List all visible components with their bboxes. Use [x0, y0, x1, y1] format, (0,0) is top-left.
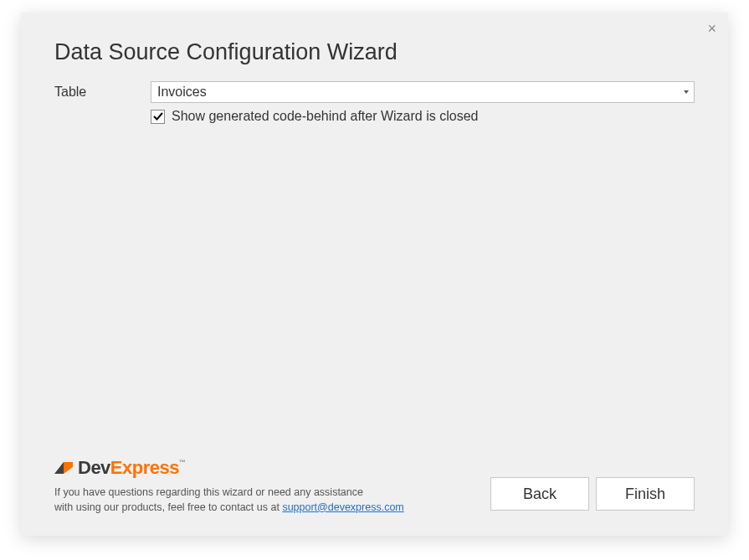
page-title: Data Source Configuration Wizard — [54, 39, 398, 65]
show-code-row: Show generated code-behind after Wizard … — [151, 109, 478, 124]
button-row: Back Finish — [490, 477, 695, 511]
finish-button[interactable]: Finish — [596, 477, 695, 511]
logo-mark-icon — [54, 459, 73, 477]
table-select[interactable]: Invoices — [151, 81, 695, 103]
table-row: Table Invoices — [54, 81, 695, 103]
back-button[interactable]: Back — [490, 477, 589, 511]
show-code-label: Show generated code-behind after Wizard … — [172, 109, 478, 124]
table-select-value: Invoices — [157, 85, 207, 100]
trademark-icon: ™ — [179, 459, 186, 466]
support-email-link[interactable]: support@devexpress.com — [282, 501, 403, 513]
wizard-dialog: × Data Source Configuration Wizard Table… — [21, 13, 728, 536]
table-label: Table — [54, 85, 151, 100]
show-code-checkbox[interactable] — [151, 110, 165, 124]
chevron-down-icon — [684, 90, 689, 94]
devexpress-logo: DevExpress™ — [54, 457, 695, 479]
close-icon[interactable]: × — [707, 21, 716, 36]
logo-text: DevExpress™ — [78, 457, 185, 479]
